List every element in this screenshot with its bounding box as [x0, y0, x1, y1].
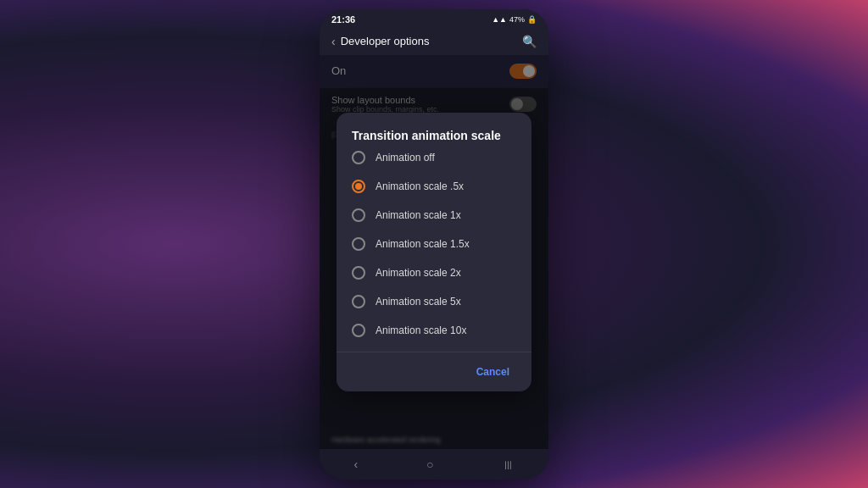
- option-animation-off[interactable]: Animation off: [337, 143, 531, 172]
- back-icon[interactable]: ‹: [331, 35, 336, 48]
- hardware-accelerated-text: Hardware accelerated rendering: [331, 435, 441, 444]
- radio-animation-0.5x[interactable]: [352, 180, 365, 193]
- option-animation-2x[interactable]: Animation scale 2x: [337, 258, 531, 287]
- dialog-footer: Cancel: [337, 352, 531, 391]
- nav-back-icon[interactable]: ‹: [353, 458, 358, 471]
- option-animation-1.5x[interactable]: Animation scale 1.5x: [337, 230, 531, 258]
- option-label-2x: Animation scale 2x: [376, 267, 461, 279]
- radio-animation-2x[interactable]: [352, 266, 365, 280]
- hardware-accelerated-row: Hardware accelerated rendering: [331, 430, 441, 446]
- radio-inner-dot: [355, 183, 362, 190]
- option-animation-10x[interactable]: Animation scale 10x: [337, 316, 531, 345]
- dialog-overlay: Transition animation scale Animation off…: [320, 55, 548, 449]
- phone-frame: 21:36 ▲▲ 47% 🔒 ‹ Developer options 🔍 On …: [320, 9, 548, 480]
- radio-animation-off[interactable]: [352, 151, 365, 164]
- bottom-nav: ‹ ○ ⫼: [320, 449, 548, 480]
- nav-home-icon[interactable]: ○: [426, 458, 433, 471]
- page-title: Developer options: [341, 35, 430, 47]
- lock-icon: 🔒: [527, 15, 537, 24]
- option-label-0.5x: Animation scale .5x: [376, 180, 464, 192]
- status-icons: ▲▲ 47% 🔒: [492, 15, 537, 24]
- option-label-off: Animation off: [376, 152, 435, 164]
- signal-icon: ▲▲: [492, 15, 507, 24]
- radio-animation-10x[interactable]: [352, 324, 365, 337]
- status-bar: 21:36 ▲▲ 47% 🔒: [320, 9, 548, 28]
- option-animation-5x[interactable]: Animation scale 5x: [337, 287, 531, 316]
- transition-animation-dialog: Transition animation scale Animation off…: [337, 113, 531, 391]
- option-label-1.5x: Animation scale 1.5x: [376, 238, 470, 250]
- radio-animation-1x[interactable]: [352, 208, 365, 222]
- radio-animation-5x[interactable]: [352, 295, 365, 308]
- dialog-options-list: Animation off Animation scale .5x Animat…: [337, 143, 531, 345]
- option-label-10x: Animation scale 10x: [376, 324, 466, 336]
- option-label-1x: Animation scale 1x: [376, 209, 461, 221]
- nav-recents-icon[interactable]: ⫼: [503, 458, 515, 471]
- status-time: 21:36: [331, 14, 355, 25]
- radio-animation-1.5x[interactable]: [352, 237, 365, 251]
- option-animation-1x[interactable]: Animation scale 1x: [337, 201, 531, 230]
- search-icon[interactable]: 🔍: [522, 35, 537, 48]
- top-bar-left: ‹ Developer options: [331, 35, 429, 48]
- top-bar: ‹ Developer options 🔍: [320, 28, 548, 55]
- option-label-5x: Animation scale 5x: [376, 296, 461, 308]
- settings-background: On Show layout bounds Show clip bounds, …: [320, 55, 548, 449]
- option-animation-0.5x[interactable]: Animation scale .5x: [337, 172, 531, 201]
- cancel-button[interactable]: Cancel: [470, 363, 516, 381]
- battery-text: 47%: [509, 15, 525, 24]
